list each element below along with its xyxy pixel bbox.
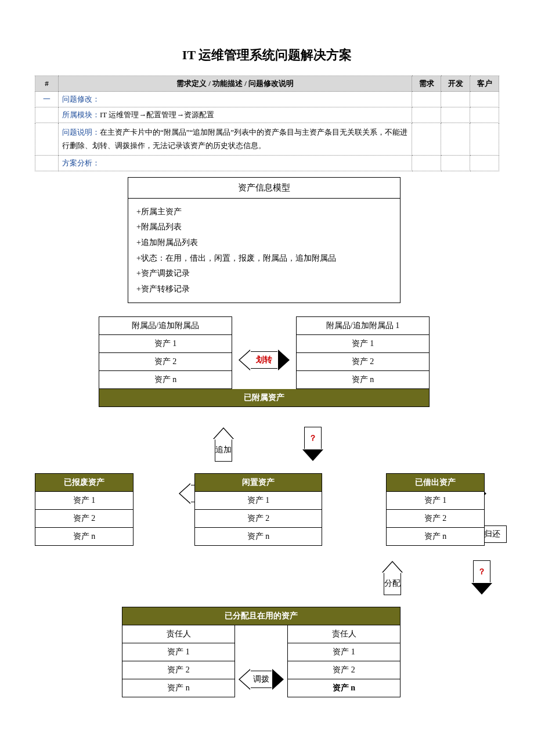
assigned-section: 已分配且在用的资产 责任人 资产 1 资产 2 资产 n 调拨 责任人 资产 1 <box>122 607 400 697</box>
col-dev: 开发 <box>441 76 470 92</box>
attached-asset-bar: 已附属资产 <box>99 389 430 407</box>
assign-arrow-label: 分配 <box>384 573 400 595</box>
model-line: +附属品列表 <box>136 219 392 235</box>
transfer-arrow-icon: 划转 <box>250 351 279 369</box>
allocate-arrow-wrap: 调拨 <box>235 625 287 697</box>
list-item: 资产 1 <box>296 335 430 353</box>
list-item: 资产 n <box>99 371 232 389</box>
issue-row: 问题说明：在主资产卡片中的“附属品”“追加附属品”列表中的资产条目与主资产条目无… <box>59 123 412 156</box>
accessory-right: 附属品/追加附属品 1 资产 1 资产 2 资产 n <box>296 316 430 389</box>
list-item: 资产 1 <box>194 492 322 510</box>
question2-arrow-down-icon: ？ <box>473 560 490 584</box>
assigned-bar: 已分配且在用的资产 <box>122 607 400 625</box>
transfer-section: 附属品/追加附属品 资产 1 资产 2 资产 n 划转 附属品/追加附属品 1 … <box>99 316 430 407</box>
scrap-title: 已报废资产 <box>35 473 134 492</box>
model-line: +追加附属品列表 <box>136 235 392 251</box>
list-item: 资产 2 <box>287 661 400 679</box>
list-item: 资产 n <box>296 371 430 389</box>
model-line: +所属主资产 <box>136 204 392 220</box>
model-line: +状态：在用，借出，闲置，报废，附属品，追加附属品 <box>136 251 392 267</box>
list-item: 资产 1 <box>122 643 235 661</box>
list-item: 资产 2 <box>296 353 430 371</box>
module-label: 所属模块： <box>62 110 100 119</box>
owner-label: 责任人 <box>122 625 235 643</box>
idle-box: 闲置资产 资产 1 资产 2 资产 n <box>194 473 322 546</box>
list-item: 资产 n <box>122 679 235 697</box>
model-body: +所属主资产 +附属品列表 +追加附属品列表 +状态：在用，借出，闲置，报废，附… <box>128 199 400 304</box>
model-line: +资产转移记录 <box>136 282 392 297</box>
list-item: 资产 2 <box>194 510 322 528</box>
module-row: 所属模块：IT 运维管理→配置管理→资源配置 <box>59 107 412 123</box>
list-item: 资产 1 <box>99 335 232 353</box>
list-item: 资产 2 <box>35 510 134 528</box>
list-item: 资产 1 <box>35 492 134 510</box>
module-value: IT 运维管理→配置管理→资源配置 <box>100 110 214 119</box>
model-box: 资产信息模型 +所属主资产 +附属品列表 +追加附属品列表 +状态：在用，借出，… <box>128 177 400 304</box>
spec-table: # 需求定义 / 功能描述 / 问题修改说明 需求 开发 客户 一 问题修改： … <box>35 75 499 171</box>
model-title: 资产信息模型 <box>128 177 400 199</box>
allocate-arrow-icon: 调拨 <box>250 671 273 688</box>
owner-label: 责任人 <box>287 625 400 643</box>
assigned-left: 责任人 资产 1 资产 2 资产 n <box>122 625 235 697</box>
page-title: IT 运维管理系统问题解决方案 <box>35 46 499 64</box>
col-req: 需求 <box>412 76 441 92</box>
lent-title: 已借出资产 <box>386 473 485 492</box>
list-item: 资产 n <box>194 528 322 546</box>
idle-title: 闲置资产 <box>194 473 322 492</box>
list-item: 资产 n <box>287 679 400 697</box>
accessory-left: 附属品/追加附属品 资产 1 资产 2 资产 n <box>99 316 232 389</box>
question-arrow-down-icon: ？ <box>304 427 322 450</box>
issue-label: 问题说明： <box>62 128 100 136</box>
append-arrow-up-icon: 追加 <box>215 438 232 462</box>
scrap-box: 已报废资产 资产 1 资产 2 资产 n <box>35 473 134 546</box>
lent-box: 已借出资产 资产 1 资产 2 资产 n <box>386 473 485 546</box>
issue-title: 问题修改： <box>59 92 412 107</box>
append-arrow-label: 追加 <box>215 439 232 461</box>
col-hash: # <box>35 76 59 92</box>
question-arrow-label: ？ <box>309 427 317 449</box>
question2-arrow-label: ？ <box>478 561 486 583</box>
assign-arrow-up-icon: 分配 <box>384 572 401 595</box>
list-item: 资产 1 <box>386 492 485 510</box>
model-line: +资产调拨记录 <box>136 266 392 282</box>
allocate-arrow-label: 调拨 <box>250 674 272 685</box>
assigned-right: 责任人 资产 1 资产 2 资产 n <box>287 625 400 697</box>
col-desc: 需求定义 / 功能描述 / 问题修改说明 <box>59 76 412 92</box>
transfer-arrow-label: 划转 <box>250 355 278 365</box>
analysis-label: 方案分析： <box>59 155 412 171</box>
accessory-right-title: 附属品/追加附属品 1 <box>296 316 430 335</box>
list-item: 资产 n <box>386 528 485 546</box>
transfer-arrow-wrap: 划转 <box>232 316 296 389</box>
list-item: 资产 n <box>35 528 134 546</box>
list-item: 资产 2 <box>122 661 235 679</box>
list-item: 资产 2 <box>386 510 485 528</box>
issue-value: 在主资产卡片中的“附属品”“追加附属品”列表中的资产条目与主资产条目无关联关系，… <box>62 128 407 150</box>
list-item: 资产 1 <box>287 643 400 661</box>
col-cust: 客户 <box>470 76 499 92</box>
row-number: 一 <box>35 92 59 107</box>
diagram: 资产信息模型 +所属主资产 +附属品列表 +追加附属品列表 +状态：在用，借出，… <box>35 177 499 746</box>
accessory-left-title: 附属品/追加附属品 <box>99 316 232 335</box>
list-item: 资产 2 <box>99 353 232 371</box>
